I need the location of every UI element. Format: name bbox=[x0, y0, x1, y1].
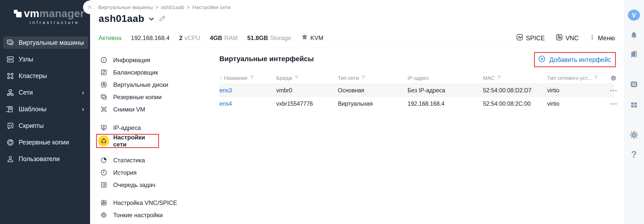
collapse-sidebar-button[interactable] bbox=[83, 1, 97, 14]
vm-menu-item-backup-copies[interactable]: Резервные копии bbox=[98, 91, 211, 103]
status-badge: Активна bbox=[99, 34, 122, 42]
vm-menu-item-task-queue[interactable]: Очередь задач bbox=[98, 179, 211, 191]
vm-ip-address: 192.168.168.4 bbox=[131, 34, 170, 42]
networks-icon bbox=[6, 89, 14, 97]
vm-menu-item-label: Информация bbox=[113, 57, 150, 64]
menu-button[interactable]: Меню bbox=[589, 34, 615, 42]
page-title: ash01aab bbox=[99, 13, 144, 24]
vm-menu-item-statistics[interactable]: Статистика bbox=[98, 154, 211, 166]
rail-divider bbox=[628, 120, 639, 120]
hypervisor-label: KVM bbox=[310, 34, 324, 42]
interface-name-link[interactable]: ens4 bbox=[219, 100, 276, 107]
content-area: Виртуальные машины > ash01aab > Настройк… bbox=[90, 0, 624, 224]
mac-cell: 52:54:00:08:D2:D7 bbox=[483, 87, 547, 94]
spice-button[interactable]: SPICE bbox=[516, 33, 545, 43]
close-icon bbox=[87, 4, 93, 11]
kvm-icon bbox=[301, 33, 308, 43]
table-settings-gear-icon[interactable] bbox=[610, 75, 618, 82]
settings-gear-icon[interactable] bbox=[629, 130, 639, 140]
breadcrumb-item-virtual-machines[interactable]: Виртуальные машины bbox=[98, 4, 153, 10]
vnc-icon bbox=[555, 33, 563, 43]
ram-value: 4GB bbox=[210, 34, 222, 42]
breadcrumb-item-network-settings: Настройки сети bbox=[192, 4, 230, 10]
column-header-device-type[interactable]: Тип сетевого уст... bbox=[547, 75, 610, 81]
breadcrumb: Виртуальные машины > ash01aab > Настройк… bbox=[98, 4, 230, 10]
sidebar-item-nodes[interactable]: Узлы bbox=[3, 53, 88, 65]
backup-copies-icon bbox=[98, 92, 109, 103]
documentation-book-icon[interactable] bbox=[629, 49, 639, 59]
breadcrumb-item-vm-name[interactable]: ash01aab bbox=[161, 4, 184, 10]
vm-menu-item-information[interactable]: Информация bbox=[98, 54, 211, 66]
table-row-ens3[interactable]: ens3 vmbr0 Основная Без IP-адреса 52:54:… bbox=[219, 84, 614, 97]
balancer-icon bbox=[98, 67, 109, 78]
task-log-icon[interactable] bbox=[629, 79, 639, 89]
apps-grid-icon[interactable] bbox=[629, 100, 639, 110]
table-row-ens4[interactable]: ens4 vxbr15547776 Виртуальная 192.168.16… bbox=[219, 97, 614, 110]
vm-menu-item-vnc-spice-settings[interactable]: Настройка VNC/SPICE bbox=[98, 197, 211, 209]
row-actions-ellipsis-icon[interactable]: ••• bbox=[610, 101, 620, 107]
brand-name-bold: vm bbox=[24, 8, 39, 20]
sidebar-item-label: Виртуальные машины bbox=[19, 39, 84, 46]
table-header-row: ↑ Название Бридж Тип сети IP-адрес bbox=[219, 72, 614, 84]
sidebar-item-virtual-machines[interactable]: Виртуальные машины › bbox=[3, 36, 88, 49]
vm-menu-item-label: Балансировщик bbox=[113, 69, 158, 76]
sidebar-item-scripts[interactable]: Скрипты bbox=[3, 120, 88, 132]
column-header-ip[interactable]: IP-адрес bbox=[408, 75, 483, 81]
vm-menu-item-network-settings[interactable]: Настройки сети bbox=[96, 134, 159, 148]
virtual-machines-icon bbox=[6, 39, 14, 47]
add-interface-button[interactable]: Добавить интерфейс bbox=[534, 52, 616, 67]
info-icon bbox=[98, 55, 109, 66]
sidebar-item-networks[interactable]: Сети › bbox=[3, 86, 88, 99]
net-type-cell: Виртуальная bbox=[338, 100, 408, 107]
column-header-net-type[interactable]: Тип сети bbox=[338, 75, 408, 81]
sidebar-item-clusters[interactable]: Кластеры bbox=[3, 70, 88, 82]
sort-asc-icon[interactable]: ↑ bbox=[219, 75, 222, 81]
column-header-mac[interactable]: MAC bbox=[483, 75, 547, 81]
vnc-button[interactable]: VNC bbox=[555, 33, 579, 43]
filter-icon[interactable] bbox=[294, 75, 299, 81]
statistics-icon bbox=[98, 155, 109, 166]
user-avatar[interactable]: V bbox=[628, 10, 640, 21]
spice-icon bbox=[516, 33, 524, 43]
templates-icon bbox=[6, 105, 14, 113]
vm-menu-item-label: Виртуальные диски bbox=[113, 81, 168, 88]
column-header-bridge[interactable]: Бридж bbox=[276, 75, 338, 81]
notifications-bell-icon[interactable] bbox=[629, 31, 639, 41]
vm-menu-item-vm-snapshots[interactable]: Снимки VM bbox=[98, 103, 211, 116]
storage-label: Storage bbox=[270, 34, 291, 42]
vm-menu-item-label: История bbox=[113, 169, 137, 176]
vm-menu-item-label: Резервные копии bbox=[113, 94, 162, 101]
chevron-right-icon: › bbox=[82, 39, 84, 46]
vnc-spice-icon bbox=[98, 197, 109, 208]
filter-icon[interactable] bbox=[361, 75, 366, 81]
history-icon bbox=[98, 167, 109, 178]
filter-icon[interactable] bbox=[250, 75, 254, 81]
vm-menu-item-ip-addresses[interactable]: IP IP-адреса bbox=[98, 122, 211, 134]
help-icon[interactable]: ? bbox=[629, 150, 639, 160]
sidebar-item-templates[interactable]: Шаблоны › bbox=[3, 103, 88, 115]
edit-pencil-icon[interactable] bbox=[158, 15, 166, 24]
fine-settings-icon bbox=[98, 210, 109, 221]
vm-status-bar: Активна 192.168.168.4 2vCPU 4GBRAM 51.8G… bbox=[99, 33, 615, 43]
vmmanager-app: vmmanager infrastructure Виртуальные маш… bbox=[0, 0, 644, 224]
vm-menu-item-history[interactable]: История bbox=[98, 166, 211, 179]
sidebar-item-users[interactable]: Пользователи bbox=[3, 153, 88, 165]
interfaces-table: ↑ Название Бридж Тип сети IP-адрес bbox=[219, 72, 614, 110]
vm-menu-item-balancer[interactable]: Балансировщик bbox=[98, 66, 211, 79]
ip-addresses-icon: IP bbox=[98, 122, 109, 133]
filter-icon[interactable] bbox=[593, 75, 598, 81]
panel-title: Виртуальные интерфейсы bbox=[219, 55, 314, 63]
interface-name-link[interactable]: ens3 bbox=[219, 87, 276, 94]
filter-icon[interactable] bbox=[497, 75, 502, 81]
vm-menu-item-virtual-disks[interactable]: Виртуальные диски bbox=[98, 79, 211, 91]
chevron-down-icon[interactable] bbox=[148, 16, 155, 24]
vm-menu-item-fine-settings[interactable]: Тонкие настройки bbox=[98, 209, 211, 221]
sidebar-item-backup-copies[interactable]: Резервные копии bbox=[3, 136, 88, 148]
row-actions-ellipsis-icon[interactable]: ••• bbox=[610, 87, 620, 94]
vmmanager-logo-icon bbox=[14, 9, 22, 18]
bridge-cell: vmbr0 bbox=[276, 87, 338, 94]
network-settings-icon bbox=[98, 135, 109, 146]
backups-icon bbox=[6, 138, 14, 146]
column-header-name[interactable]: ↑ Название bbox=[219, 75, 276, 81]
storage-value: 51.8GB bbox=[247, 34, 268, 42]
